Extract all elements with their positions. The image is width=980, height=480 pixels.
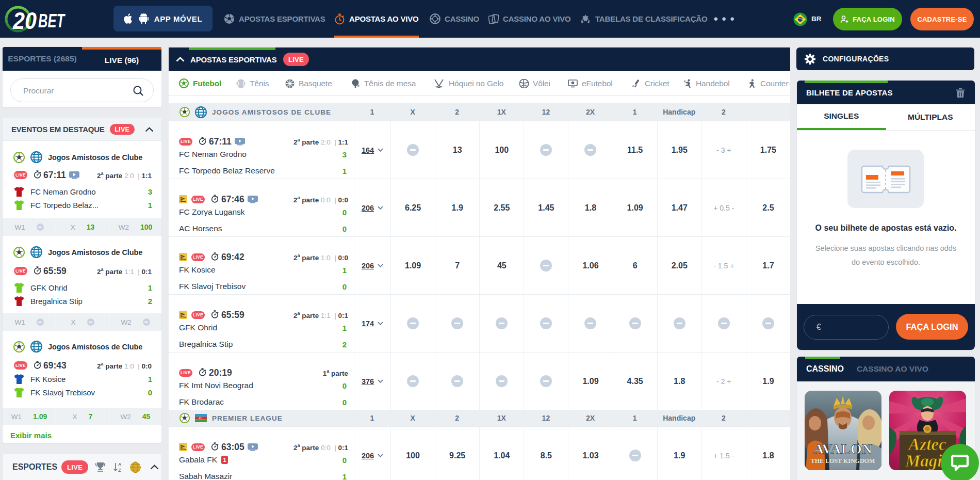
svg-text:THE LOST KINGDOM: THE LOST KINGDOM [811,457,875,465]
svg-text:20: 20 [12,7,37,34]
svg-text:Z: Z [118,468,121,472]
svg-text:AVALON: AVALON [813,441,872,457]
svg-text:A: A [118,462,122,467]
svg-text:BET: BET [38,10,66,31]
svg-text:Aztec: Aztec [907,435,946,454]
